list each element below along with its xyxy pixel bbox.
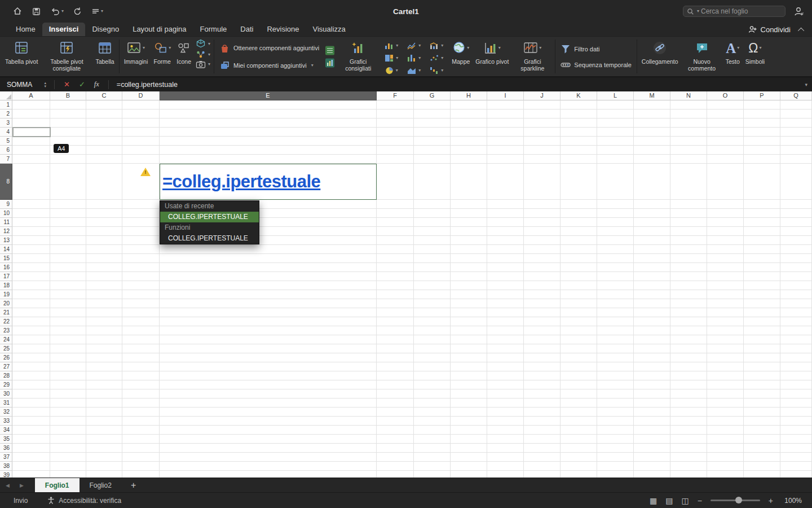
slicer-button[interactable]: Filtro dati: [561, 44, 632, 54]
row-header-38[interactable]: 38: [0, 462, 12, 471]
column-header-I[interactable]: I: [487, 91, 524, 100]
zoom-in-button[interactable]: +: [769, 496, 773, 505]
column-header-F[interactable]: F: [377, 91, 414, 100]
tab-visualizza[interactable]: Visualizza: [306, 23, 352, 36]
row-header-18[interactable]: 18: [0, 281, 12, 290]
row-header-35[interactable]: 35: [0, 435, 12, 444]
row-header-5[interactable]: 5: [0, 137, 12, 146]
insert-function-button[interactable]: fx: [94, 80, 99, 89]
row-header-2[interactable]: 2: [0, 110, 12, 119]
add-sheet-button[interactable]: +: [131, 481, 136, 490]
symbols-button[interactable]: Ω▾ Simboli: [743, 37, 767, 67]
row-header-3[interactable]: 3: [0, 119, 12, 128]
tab-revisione[interactable]: Revisione: [260, 23, 306, 36]
row-header-19[interactable]: 19: [0, 290, 12, 299]
row-header-14[interactable]: 14: [0, 245, 12, 254]
row-header-4[interactable]: 4: [0, 128, 12, 137]
statistic-chart-caret[interactable]: ▾: [418, 56, 421, 60]
models-3d-caret[interactable]: ▾: [208, 42, 210, 46]
pictures-button[interactable]: ▾ Immagini: [121, 37, 151, 67]
home-button[interactable]: [12, 6, 23, 16]
tab-home[interactable]: Home: [9, 23, 42, 36]
warning-icon[interactable]: !: [140, 168, 151, 176]
row-header-20[interactable]: 20: [0, 299, 12, 308]
search-scope-caret[interactable]: ▾: [697, 9, 699, 14]
row-header-9[interactable]: 9: [0, 200, 12, 209]
pie-chart-caret[interactable]: ▾: [396, 68, 398, 73]
row-header-16[interactable]: 16: [0, 263, 12, 272]
column-header-N[interactable]: N: [670, 91, 707, 100]
tab-formule[interactable]: Formule: [193, 23, 234, 36]
active-cell-E8[interactable]: =colleg.ipertestuale: [160, 164, 377, 200]
row-header-12[interactable]: 12: [0, 227, 12, 236]
shapes-button[interactable]: ▾ Forme: [151, 37, 174, 67]
formula-input[interactable]: =colleg.ipertestuale: [113, 81, 805, 89]
column-header-L[interactable]: L: [597, 91, 634, 100]
area-chart-caret[interactable]: ▾: [418, 68, 421, 73]
my-addins-button[interactable]: Miei componenti aggiuntivi ▾: [219, 60, 319, 71]
row-header-28[interactable]: 28: [0, 371, 12, 380]
row-header-13[interactable]: 13: [0, 236, 12, 245]
scatter-chart-button[interactable]: ▾: [425, 52, 448, 64]
row-header-11[interactable]: 11: [0, 218, 12, 227]
row-header-26[interactable]: 26: [0, 353, 12, 362]
column-header-E[interactable]: E: [160, 91, 377, 100]
recommended-charts-button[interactable]: Grafici consigliati: [337, 37, 379, 74]
maps-button[interactable]: ▾ Mappe: [449, 37, 473, 67]
row-header-7[interactable]: 7: [0, 155, 12, 164]
icons-button[interactable]: Icone: [174, 37, 194, 67]
confirm-entry-button[interactable]: ✓: [79, 80, 85, 89]
get-addins-button[interactable]: Ottenere componenti aggiuntivi: [219, 43, 319, 54]
select-all-corner[interactable]: [0, 91, 12, 100]
text-button[interactable]: A▾ Testo: [723, 37, 743, 67]
customize-toolbar-caret[interactable]: ▾: [101, 9, 103, 14]
pie-chart-button[interactable]: ▾: [380, 64, 403, 77]
tab-inserisci[interactable]: Inserisci: [42, 23, 86, 36]
combo-chart-button[interactable]: ▾: [425, 40, 448, 52]
page-break-view-button[interactable]: ◫: [681, 496, 689, 505]
pivot-chart-caret[interactable]: ▾: [498, 46, 501, 50]
column-header-B[interactable]: B: [50, 91, 86, 100]
row-header-32[interactable]: 32: [0, 408, 12, 417]
account-button[interactable]: [793, 6, 804, 17]
sheet-tab-foglio2[interactable]: Foglio2: [80, 478, 122, 492]
recommended-pivot-tables-button[interactable]: Tabelle pivot consigliate: [41, 37, 92, 74]
column-header-K[interactable]: K: [561, 91, 597, 100]
column-header-P[interactable]: P: [744, 91, 780, 100]
cancel-entry-button[interactable]: ✕: [64, 80, 70, 89]
autocomplete-item[interactable]: COLLEG.IPERTESTUALE: [160, 212, 259, 222]
link-button[interactable]: Collegamento: [639, 37, 681, 67]
row-header-22[interactable]: 22: [0, 317, 12, 326]
undo-button[interactable]: ▾: [50, 7, 64, 16]
row-header-27[interactable]: 27: [0, 362, 12, 371]
pivot-chart-button[interactable]: ▾ Grafico pivot: [473, 37, 511, 67]
row-header-30[interactable]: 30: [0, 389, 12, 398]
row-header-34[interactable]: 34: [0, 426, 12, 435]
row-header-39[interactable]: 39: [0, 471, 12, 478]
share-button[interactable]: Condividi: [748, 25, 791, 34]
sparklines-caret[interactable]: ▾: [539, 46, 541, 50]
text-caret[interactable]: ▾: [737, 46, 739, 50]
row-header-8[interactable]: 8: [0, 164, 12, 200]
collapse-ribbon-button[interactable]: [800, 24, 804, 34]
column-header-G[interactable]: G: [414, 91, 451, 100]
screenshot-caret[interactable]: ▾: [208, 62, 210, 67]
pictures-caret[interactable]: ▾: [143, 46, 145, 50]
row-header-6[interactable]: 6: [0, 146, 12, 155]
row-header-1[interactable]: 1: [0, 100, 12, 110]
statistic-chart-button[interactable]: ▾: [403, 52, 425, 64]
row-header-10[interactable]: 10: [0, 209, 12, 218]
customize-toolbar-button[interactable]: ▾: [91, 7, 103, 15]
line-chart-caret[interactable]: ▾: [418, 43, 421, 48]
zoom-slider-knob[interactable]: [735, 497, 742, 503]
save-button[interactable]: [32, 7, 41, 16]
name-box[interactable]: SOMMA ▴ ▾: [0, 77, 50, 91]
sparklines-button[interactable]: ▾ Grafici sparkline: [511, 37, 553, 74]
row-header-31[interactable]: 31: [0, 398, 12, 408]
sheet-area[interactable]: A4 ! =colleg.ipertestuale Usate di recen…: [12, 100, 812, 478]
row-header-29[interactable]: 29: [0, 380, 12, 389]
my-addins-caret[interactable]: ▾: [311, 63, 314, 68]
combo-chart-caret[interactable]: ▾: [441, 43, 443, 48]
row-header-24[interactable]: 24: [0, 335, 12, 344]
page-layout-view-button[interactable]: ▤: [665, 496, 673, 505]
